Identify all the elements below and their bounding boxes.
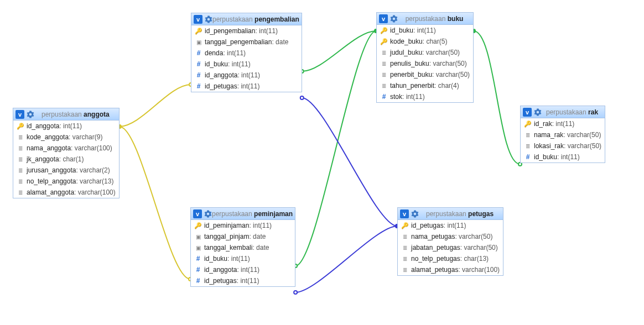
table-header[interactable]: vperpustakaan pengembalian <box>191 13 302 25</box>
table-title: perpustakaan anggota <box>34 111 117 118</box>
column-jurusan_anggota[interactable]: ≣jurusan_anggota : varchar(2) <box>13 165 119 176</box>
number-icon: # <box>195 71 202 79</box>
column-id_petugas[interactable]: 🔑id_petugas : int(11) <box>398 220 503 231</box>
designer-canvas[interactable]: vperpustakaan anggota🔑id_anggota : int(1… <box>0 0 644 325</box>
column-penulis_buku[interactable]: ≣penulis_buku : varchar(50) <box>377 58 473 69</box>
table-pengembalian[interactable]: vperpustakaan pengembalian🔑id_pengembali… <box>191 13 302 92</box>
column-type: : varchar(2) <box>76 166 110 174</box>
text-icon: ≣ <box>17 156 24 162</box>
date-icon: ▣ <box>194 234 202 240</box>
column-type: : int(11) <box>413 27 436 34</box>
column-name: id_anggota <box>205 71 237 79</box>
table-header[interactable]: vperpustakaan peminjaman <box>191 208 295 220</box>
column-type: : int(11) <box>223 49 246 57</box>
column-type: : varchar(100) <box>458 266 500 274</box>
gear-icon[interactable] <box>411 210 419 218</box>
column-tahun_penerbit[interactable]: ≣tahun_penerbit : char(4) <box>377 80 473 91</box>
column-alamat_anggota[interactable]: ≣alamat_anggota : varchar(100) <box>13 187 119 198</box>
column-type: : char(5) <box>423 38 448 45</box>
column-stok[interactable]: #stok : int(11) <box>377 91 473 102</box>
column-jk_anggota[interactable]: ≣jk_anggota : char(1) <box>13 154 119 165</box>
column-id_rak[interactable]: 🔑id_rak : int(11) <box>521 118 605 129</box>
expand-icon[interactable]: v <box>400 209 409 218</box>
table-header[interactable]: vperpustakaan buku <box>377 13 473 25</box>
table-title: perpustakaan pengembalian <box>212 15 299 23</box>
column-judul_buku[interactable]: ≣judul_buku : varchar(50) <box>377 47 473 58</box>
column-name: id_anggota <box>27 122 59 130</box>
column-type: : int(11) <box>237 82 260 90</box>
gear-icon[interactable] <box>27 111 34 118</box>
expand-icon[interactable]: v <box>15 110 24 119</box>
column-id_pengembalian[interactable]: 🔑id_pengembalian : int(11) <box>191 25 302 36</box>
column-name: id_peminjaman <box>204 222 249 229</box>
table-petugas[interactable]: vperpustakaan petugas🔑id_petugas : int(1… <box>397 207 503 276</box>
column-lokasi_rak[interactable]: ≣lokasi_rak : varchar(50) <box>521 140 605 151</box>
column-id_anggota[interactable]: #id_anggota : int(11) <box>191 70 302 81</box>
column-no_telp_anggota[interactable]: ≣no_telp_anggota : varchar(13) <box>13 176 119 187</box>
text-icon: ≣ <box>380 50 388 56</box>
column-nama_anggota[interactable]: ≣nama_anggota : varchar(100) <box>13 143 119 154</box>
column-nama_rak[interactable]: ≣nama_rak : varchar(50) <box>521 129 605 140</box>
column-kode_anggota[interactable]: ≣kode_anggota : varchar(9) <box>13 132 119 143</box>
primary-key-icon: 🔑 <box>194 222 202 229</box>
column-name: id_rak <box>534 120 552 128</box>
text-icon: ≣ <box>401 256 409 262</box>
gear-icon[interactable] <box>205 15 212 23</box>
number-icon: # <box>380 93 388 101</box>
expand-icon[interactable]: v <box>193 209 202 218</box>
column-id_anggota[interactable]: #id_anggota : int(11) <box>191 264 295 275</box>
text-icon: ≣ <box>524 143 532 149</box>
column-type: : date <box>272 38 288 46</box>
column-name: jabatan_petugas <box>411 244 460 251</box>
column-denda[interactable]: #denda : int(11) <box>191 48 302 59</box>
table-header[interactable]: vperpustakaan petugas <box>398 208 503 220</box>
column-name: tanggal_pinjam <box>204 233 249 240</box>
text-icon: ≣ <box>524 132 532 138</box>
table-buku[interactable]: vperpustakaan buku🔑id_buku : int(11)🔑kod… <box>376 12 474 103</box>
text-icon: ≣ <box>17 179 24 185</box>
table-rak[interactable]: vperpustakaan rak🔑id_rak : int(11)≣nama_… <box>520 106 605 163</box>
expand-icon[interactable]: v <box>379 14 388 23</box>
column-name: nama_anggota <box>27 144 71 152</box>
column-id_buku[interactable]: #id_buku : int(11) <box>191 59 302 70</box>
column-id_buku[interactable]: #id_buku : int(11) <box>191 253 295 264</box>
column-id_petugas[interactable]: #id_petugas : int(11) <box>191 81 302 92</box>
column-id_petugas[interactable]: #id_petugas : int(11) <box>191 275 295 286</box>
column-type: : int(11) <box>444 222 466 229</box>
table-peminjaman[interactable]: vperpustakaan peminjaman🔑id_peminjaman :… <box>190 207 295 287</box>
text-icon: ≣ <box>17 145 24 151</box>
column-id_anggota[interactable]: 🔑id_anggota : int(11) <box>13 120 119 132</box>
column-nama_petugas[interactable]: ≣nama_petugas : varchar(50) <box>398 231 503 242</box>
column-type: : char(1) <box>59 155 84 163</box>
column-jabatan_petugas[interactable]: ≣jabatan_petugas : varchar(50) <box>398 242 503 253</box>
column-type: : varchar(50) <box>564 142 601 150</box>
column-id_peminjaman[interactable]: 🔑id_peminjaman : int(11) <box>191 220 295 231</box>
table-header[interactable]: vperpustakaan anggota <box>13 108 119 120</box>
column-name: kode_buku <box>390 38 423 45</box>
date-icon: ▣ <box>194 245 202 251</box>
gear-icon[interactable] <box>204 210 212 218</box>
expand-icon[interactable]: v <box>523 108 532 117</box>
number-icon: # <box>524 153 532 161</box>
gear-icon[interactable] <box>390 15 398 23</box>
column-type: : varchar(50) <box>460 244 498 251</box>
column-tanggal_kembali[interactable]: ▣tanggal_kembali : date <box>191 242 295 253</box>
table-header[interactable]: vperpustakaan rak <box>521 106 605 118</box>
column-name: id_buku <box>205 60 228 68</box>
table-title: perpustakaan buku <box>398 15 471 23</box>
column-no_telp_petugas[interactable]: ≣no_telp_petugas : char(13) <box>398 253 503 264</box>
gear-icon[interactable] <box>534 108 542 116</box>
column-name: penerbit_buku <box>390 71 432 78</box>
column-kode_buku[interactable]: 🔑kode_buku : char(5) <box>377 36 473 47</box>
column-tanggal_pinjam[interactable]: ▣tanggal_pinjam : date <box>191 231 295 242</box>
column-tanggal_pengembalian[interactable]: ▣tanggal_pengembalian : date <box>191 36 302 48</box>
expand-icon[interactable]: v <box>194 15 202 24</box>
column-id_buku[interactable]: 🔑id_buku : int(11) <box>377 25 473 36</box>
text-icon: ≣ <box>17 134 24 140</box>
column-alamat_petugas[interactable]: ≣alamat_petugas : varchar(100) <box>398 264 503 275</box>
column-name: penulis_buku <box>390 60 429 67</box>
primary-key-icon: 🔑 <box>524 120 532 128</box>
column-penerbit_buku[interactable]: ≣penerbit_buku : varchar(50) <box>377 69 473 80</box>
table-anggota[interactable]: vperpustakaan anggota🔑id_anggota : int(1… <box>13 108 120 198</box>
column-id_buku[interactable]: #id_buku : int(11) <box>521 151 605 162</box>
